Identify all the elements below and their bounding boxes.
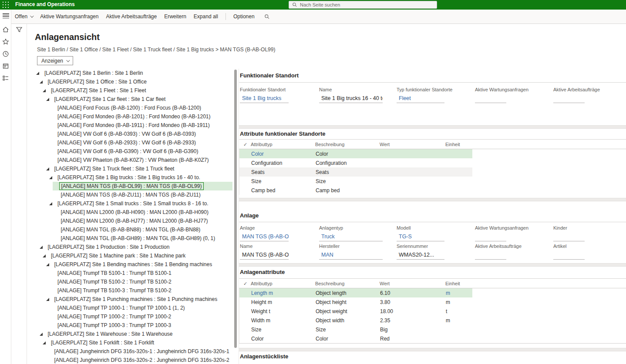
tree-item[interactable]: [ANLAGE] MAN L2000 (B-AB-H090) : MAN L20… <box>53 208 233 217</box>
tree-expand-arrow-icon[interactable] <box>40 333 43 336</box>
field-value-link[interactable]: Site 1 Big trucks <box>240 94 289 103</box>
tree-item[interactable]: [ANLAGE] MAN L2000 (B-AB-HJ77) : MAN L20… <box>53 217 233 225</box>
actionpane-search-icon[interactable] <box>264 14 270 20</box>
menu-aktive-wartungsanfragen[interactable]: Aktive Wartungsanfragen <box>40 13 98 20</box>
tree-item[interactable]: [ANLAGE] VW Golf 6 (B-AB-2933) : VW Golf… <box>49 138 232 147</box>
app-launcher-icon[interactable] <box>3 2 9 8</box>
grid-column-header[interactable]: Einheit <box>445 281 471 286</box>
tree-scrollbar[interactable] <box>234 70 237 348</box>
tree-item[interactable]: [LAGERPLATZ] Site 1 Production : Site 1 … <box>40 243 233 251</box>
field-value[interactable] <box>553 251 585 260</box>
tree-item[interactable]: [ANLAGE] MAN TGS (B-AB-OL99) : MAN TGS (… <box>53 182 233 190</box>
tree-expand-arrow-icon[interactable] <box>40 80 43 83</box>
tree-item[interactable]: [ANLAGE] Ford Focus (B-AB-1200) : Ford F… <box>49 104 232 112</box>
tree-item[interactable]: [ANLAGE] Ford Mondeo (B-AB-1201) : Ford … <box>49 112 232 121</box>
hamburger-menu-icon[interactable] <box>3 13 9 20</box>
tree-item[interactable]: [ANLAGE] Ford Mondeo (B-AB-1911) : Ford … <box>49 121 232 130</box>
field-value[interactable]: WMAS20-12... <box>397 251 444 260</box>
tree-item[interactable]: [ANLAGE] Jungheinrich DFG 316s-320s-1 : … <box>46 347 233 356</box>
grid-column-header[interactable]: Beschreibung <box>315 281 379 286</box>
tree-item[interactable]: [ANLAGE] VW Golf 6 (B-AB-G390) : VW Golf… <box>49 147 232 156</box>
grid-row[interactable]: SizeSizeBig <box>239 325 472 334</box>
tree-expand-arrow-icon[interactable] <box>46 98 49 101</box>
filter-funnel-icon[interactable] <box>16 26 23 33</box>
grid-column-header[interactable]: Attributtyp <box>251 281 314 286</box>
grid-row[interactable]: SeatsSeats <box>239 167 472 177</box>
grid-column-header[interactable]: Attributtyp <box>251 142 314 147</box>
grid-column-header[interactable]: Einheit <box>445 142 471 147</box>
tree-item[interactable]: [ANLAGE] Jungheinrich DFG 316s-320s-2 : … <box>46 356 233 364</box>
tree-item[interactable]: [LAGERPLATZ] Site 1 Fleet : Site 1 Fleet <box>43 86 232 95</box>
select-all-check-icon[interactable]: ✓ <box>243 142 247 147</box>
tree-item[interactable]: [LAGERPLATZ] Site 1 Warehouse : Site 1 W… <box>40 330 233 338</box>
field-value[interactable]: MAN TGS (B-AB-OL99) <box>240 251 289 260</box>
grid-row[interactable]: Height mObject height3.80m <box>239 297 472 307</box>
section-title-attribute-funktionaler-standorte[interactable]: Attribute funktionaler Standorte <box>240 130 325 137</box>
breadcrumb[interactable]: Site 1 Berlin / Site 1 Office / Site 1 F… <box>37 47 275 53</box>
field-value-link[interactable]: TG-S <box>397 233 444 241</box>
tree-item[interactable]: [ANLAGE] VW Golf 6 (B-AB-0393) : VW Golf… <box>49 130 232 138</box>
field-value-link[interactable]: MAN <box>319 251 383 260</box>
section-title-funktionaler-standort[interactable]: Funktionaler Standort <box>240 72 299 79</box>
field-value[interactable] <box>475 251 506 260</box>
tree-expand-arrow-icon[interactable] <box>46 298 49 301</box>
tree-item[interactable]: [ANLAGE] MAN TGS (B-AB-ZU11) : MAN TGS (… <box>53 190 233 199</box>
grid-row[interactable]: Camp bedCamp bed <box>239 186 472 195</box>
field-value[interactable] <box>475 233 506 241</box>
tree-item[interactable]: [LAGERPLATZ] Site 1 Punching machines : … <box>46 295 233 304</box>
grid-row[interactable]: ConfigurationConfiguration <box>239 158 472 167</box>
tree-expand-arrow-icon[interactable] <box>43 341 46 344</box>
tree-expand-arrow-icon[interactable] <box>40 246 43 249</box>
tree-item[interactable]: [ANLAGE] Trumpf TB 5100-2 : Trumpf TB 51… <box>49 277 232 286</box>
tree-item[interactable]: [LAGERPLATZ] Site 1 Truck fleet : Site 1… <box>46 164 233 173</box>
tree-expand-arrow-icon[interactable] <box>43 89 46 92</box>
tree-expand-arrow-icon[interactable] <box>46 167 49 170</box>
tree-item[interactable]: [ANLAGE] Trumpf TB 5100-1 : Trumpf TB 51… <box>49 269 232 277</box>
field-value-link[interactable]: Fleet <box>397 94 444 103</box>
menu-erweitern[interactable]: Erweitern <box>164 13 186 20</box>
tree-item[interactable]: [ANLAGE] Trumpf TP 1000-1 : Trumpf TP 10… <box>49 304 232 312</box>
tree-item[interactable]: [LAGERPLATZ] Site 1 Machine park : Site … <box>43 251 232 260</box>
tree-item[interactable]: [ANLAGE] MAN TGL (B-AB-BN88) : MAN TGL (… <box>53 225 233 234</box>
menu-aktive-arbeitsauftraege[interactable]: Aktive Arbeitsaufträge <box>106 13 157 20</box>
checklist-icon[interactable] <box>2 75 9 82</box>
grid-column-header[interactable]: Wert <box>380 281 444 286</box>
grid-column-header[interactable]: Wert <box>380 142 444 147</box>
field-value-link[interactable]: Truck <box>319 233 383 241</box>
tree-expand-arrow-icon[interactable] <box>49 176 52 179</box>
grid-row[interactable]: Length mObject length6.10m <box>239 288 472 297</box>
tree-expand-arrow-icon[interactable] <box>43 254 46 257</box>
grid-row[interactable]: Weight tObject weight18.00t <box>239 307 472 316</box>
section-title-anlage[interactable]: Anlage <box>240 212 259 219</box>
tree-item[interactable]: [LAGERPLATZ] Site 1 Small trucks : Site … <box>49 199 232 208</box>
menu-offen[interactable]: Offen <box>15 13 33 20</box>
select-all-check-icon[interactable]: ✓ <box>243 281 247 287</box>
grid-row[interactable]: SizeSize <box>239 177 472 186</box>
menu-optionen[interactable]: Optionen <box>233 13 255 20</box>
workspace-form-icon[interactable] <box>2 63 9 70</box>
tree-item[interactable]: [LAGERPLATZ] Site 1 Big trucks : Site 1 … <box>49 173 232 182</box>
tree-item[interactable]: [ANLAGE] Trumpf TP 1000-3 : Trumpf TP 10… <box>49 321 232 330</box>
tree-item[interactable]: [LAGERPLATZ] Site 1 Car fleet : Site 1 C… <box>46 95 233 104</box>
section-title-anlagenattribute[interactable]: Anlagenattribute <box>240 269 285 275</box>
field-value[interactable]: Site 1 Big trucks 16 - 40 to. <box>319 94 383 103</box>
tree-expand-arrow-icon[interactable] <box>49 202 52 205</box>
menu-expand-all[interactable]: Expand all <box>194 13 218 20</box>
field-value[interactable] <box>475 94 506 103</box>
tree-item[interactable]: [ANLAGE] MAN TGL (B-AB-GH89) : MAN TGL (… <box>53 234 233 243</box>
anzeigen-button[interactable]: Anzeigen <box>37 56 73 65</box>
tree-item[interactable]: [LAGERPLATZ] Site 1 Forklift : Site 1 Fo… <box>43 338 232 347</box>
home-icon[interactable] <box>2 26 9 33</box>
tree-item[interactable]: [ANLAGE] Trumpf TB 5100-3 : Trumpf TB 51… <box>49 286 232 295</box>
grid-row[interactable]: Width mObject width2.35m <box>239 316 472 325</box>
favorites-star-icon[interactable] <box>2 38 9 45</box>
page-search-box[interactable]: Nach Seite suchen <box>289 1 437 9</box>
tree-item[interactable]: [LAGERPLATZ] Site 1 Bending machines : S… <box>46 260 233 269</box>
grid-column-header[interactable]: Beschreibung <box>315 142 379 147</box>
tree-item[interactable]: [LAGERPLATZ] Site 1 Office : Site 1 Offi… <box>40 77 233 86</box>
tree-item[interactable]: [LAGERPLATZ] Site 1 Berlin : Site 1 Berl… <box>36 69 232 77</box>
tree-item[interactable]: [ANLAGE] VW Phaeton (B-AB-K0Z7) : VW Pha… <box>49 156 232 164</box>
grid-row[interactable]: ColorColorRed <box>239 334 472 343</box>
tree-expand-arrow-icon[interactable] <box>46 263 49 266</box>
tree-item[interactable]: [ANLAGE] Trumpf TP 1000-2 : Trumpf TP 10… <box>49 312 232 321</box>
